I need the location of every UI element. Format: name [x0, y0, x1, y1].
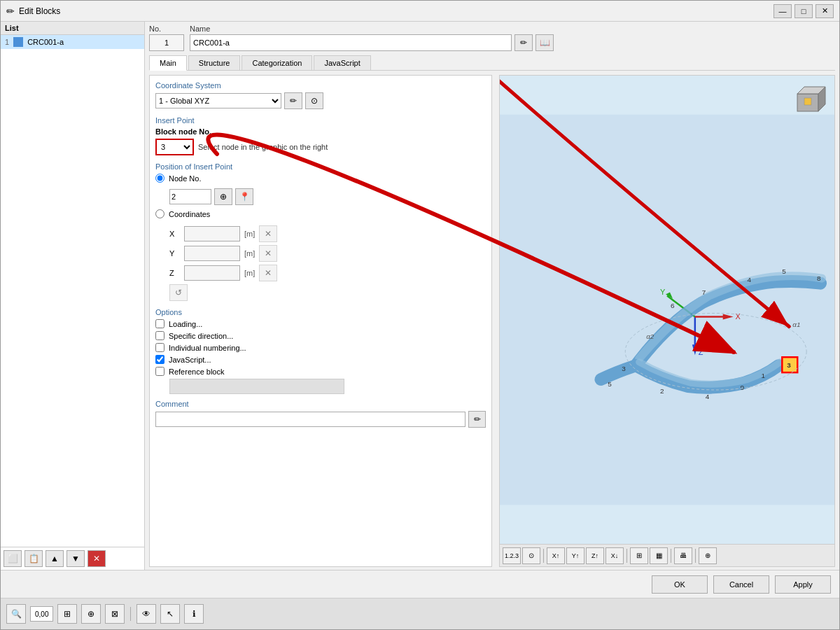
bottom-bar: OK Cancel Apply	[1, 570, 839, 598]
tab-categorization[interactable]: Categorization	[241, 55, 312, 70]
node-no-input[interactable]	[169, 189, 211, 204]
y-label: Y	[169, 249, 180, 258]
vp-print-button[interactable]: 🖶	[674, 547, 692, 564]
edit-name-button[interactable]: ✏	[514, 34, 533, 51]
viewport: Z Y X	[499, 75, 835, 567]
vp-layers-button[interactable]: ⊞	[630, 547, 648, 564]
y-clear-button[interactable]: ✕	[259, 245, 277, 262]
block-node-row: 3 Select node in the graphic on the righ…	[155, 139, 486, 155]
reset-button-row: ↺	[169, 284, 486, 301]
specific-direction-checkbox[interactable]	[155, 331, 164, 340]
insert-point-title: Insert Point	[155, 116, 486, 125]
node-no-row: ⊕ 📍	[169, 188, 486, 205]
book-button[interactable]: 📖	[536, 34, 554, 51]
apply-button[interactable]: Apply	[775, 575, 831, 594]
comment-edit-button[interactable]: ✏	[468, 411, 486, 428]
javascript-checkbox[interactable]	[155, 355, 164, 364]
list-item[interactable]: 1 CRC001-a	[1, 35, 144, 49]
comment-input[interactable]	[155, 412, 465, 427]
vp-more-button[interactable]: ⊕	[699, 547, 717, 564]
z-row: Z [m] ✕	[169, 265, 486, 281]
vp-xup-button[interactable]: X↑	[547, 547, 565, 564]
coord-pick-button[interactable]: ⊙	[305, 92, 323, 109]
svg-text:5: 5	[782, 267, 786, 275]
vp-zup-button[interactable]: Z↑	[586, 547, 604, 564]
status-snap-button[interactable]: ⊞	[57, 604, 77, 624]
form-scroll: Coordinate System 1 - Global XYZ ✏ ⊙ Ins…	[149, 75, 492, 567]
x-input[interactable]	[184, 226, 240, 241]
reference-block-row: Reference block	[155, 367, 486, 376]
list-move-down-button[interactable]: ▼	[66, 550, 85, 567]
ok-button[interactable]: OK	[652, 575, 708, 594]
status-search-button[interactable]: 🔍	[6, 604, 26, 624]
coord-system-select[interactable]: 1 - Global XYZ	[155, 93, 281, 108]
list-panel: List 1 CRC001-a ⬜ 📋 ▲ ▼ ✕	[1, 22, 145, 570]
list-move-up-button[interactable]: ▲	[46, 550, 64, 567]
z-input[interactable]	[184, 265, 240, 281]
node-no-radio-label: Node No.	[169, 174, 201, 183]
options-title: Options	[155, 308, 486, 316]
app-icon: ✏	[6, 6, 15, 17]
list-delete-button[interactable]: ✕	[88, 550, 106, 567]
list-add-button[interactable]: ⬜	[4, 550, 22, 567]
block-node-dropdown[interactable]: 3	[155, 139, 194, 155]
loading-checkbox[interactable]	[155, 319, 164, 328]
javascript-row: JavaScript...	[155, 355, 486, 364]
viewport-toolbar: 1.2.3 ⊙ X↑ Y↑ Z↑ X↓ ⊞ ▦ 🖶 ⊕	[500, 544, 834, 566]
y-unit: [m]	[244, 249, 255, 258]
status-select-button[interactable]: ⊕	[81, 604, 101, 624]
x-unit: [m]	[244, 230, 255, 238]
minimize-button[interactable]: —	[774, 4, 792, 18]
status-view-button[interactable]: 👁	[136, 604, 156, 624]
reference-block-checkbox[interactable]	[155, 367, 164, 376]
svg-text:9: 9	[741, 384, 745, 391]
node-select-button[interactable]: ⊕	[214, 188, 232, 205]
status-cursor-button[interactable]: ↖	[160, 604, 180, 624]
right-inner: Coordinate System 1 - Global XYZ ✏ ⊙ Ins…	[149, 75, 835, 567]
vp-view-options-button[interactable]: ▦	[650, 547, 668, 564]
no-label: No.	[149, 24, 184, 33]
name-input[interactable]	[190, 34, 512, 51]
position-section: Position of Insert Point Node No. ⊕ 📍	[155, 162, 486, 301]
status-info-button[interactable]: ℹ	[184, 604, 204, 624]
coords-radio-row: Coordinates	[155, 209, 486, 218]
individual-numbering-checkbox[interactable]	[155, 343, 164, 352]
maximize-button[interactable]: □	[794, 4, 813, 18]
y-row: Y [m] ✕	[169, 245, 486, 262]
status-filter-button[interactable]: ⊠	[105, 604, 125, 624]
coord-edit-button[interactable]: ✏	[284, 92, 302, 109]
status-coordinates: 0,00	[30, 606, 53, 622]
no-field-group: No.	[149, 24, 184, 51]
block-node-hint: Select node in the graphic on the right	[198, 143, 328, 151]
cancel-button[interactable]: Cancel	[713, 575, 769, 594]
reference-block-input	[169, 379, 344, 394]
status-bar: 🔍 0,00 ⊞ ⊕ ⊠ 👁 ↖ ℹ	[1, 598, 839, 629]
app-window: ✏ Edit Blocks — □ ✕ List 1 CRC001-a ⬜ 📋 …	[0, 0, 840, 630]
z-clear-button[interactable]: ✕	[259, 265, 277, 281]
z-label: Z	[169, 269, 180, 277]
tab-structure[interactable]: Structure	[188, 55, 241, 70]
vp-view-button[interactable]: ⊙	[522, 547, 540, 564]
individual-numbering-row: Individual numbering...	[155, 343, 486, 352]
node-pick-button[interactable]: 📍	[235, 188, 253, 205]
viewport-svg: Z Y X	[500, 76, 834, 544]
node-no-radio[interactable]	[155, 174, 164, 183]
reset-coords-button[interactable]: ↺	[169, 284, 188, 301]
close-button[interactable]: ✕	[816, 4, 834, 18]
svg-text:6: 6	[671, 302, 675, 310]
coords-radio-label: Coordinates	[169, 210, 210, 218]
comment-section: Comment ✏	[155, 400, 486, 428]
vp-numbering-button[interactable]: 1.2.3	[503, 547, 521, 564]
comment-title: Comment	[155, 400, 486, 408]
coords-radio[interactable]	[155, 209, 164, 218]
list-copy-button[interactable]: 📋	[24, 550, 43, 567]
no-input[interactable]	[149, 34, 184, 51]
vp-xdown-button[interactable]: X↓	[606, 547, 624, 564]
y-input[interactable]	[184, 246, 240, 261]
list-item-number: 1	[5, 38, 9, 46]
x-clear-button[interactable]: ✕	[259, 225, 277, 242]
vp-yup-button[interactable]: Y↑	[566, 547, 584, 564]
tab-main[interactable]: Main	[149, 55, 187, 71]
list-item-label: CRC001-a	[27, 38, 64, 46]
tab-javascript[interactable]: JavaScript	[314, 55, 370, 70]
